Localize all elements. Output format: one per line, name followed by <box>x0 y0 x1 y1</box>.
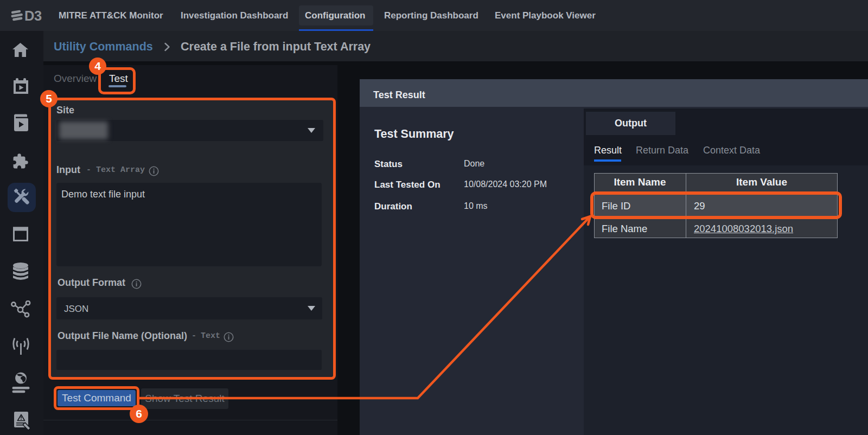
svg-text:D3: D3 <box>24 10 42 22</box>
